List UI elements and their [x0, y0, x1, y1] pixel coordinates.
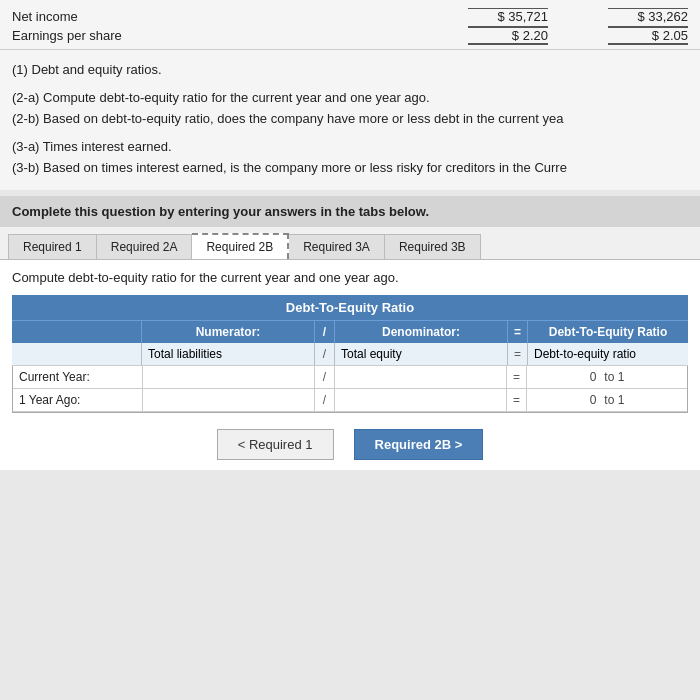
net-income-values: $ 35,721 $ 33,262 — [468, 8, 688, 24]
ratio-table: Debt-To-Equity Ratio Numerator: / Denomi… — [12, 295, 688, 413]
current-year-numerator-cell[interactable] — [143, 366, 315, 388]
one-year-ago-label: 1 Year Ago: — [13, 389, 143, 411]
data-rows-section: Current Year: / = 0 to 1 1 — [12, 366, 688, 413]
current-year-denominator-cell[interactable] — [335, 366, 507, 388]
current-year-result: 0 to 1 — [527, 366, 687, 388]
current-year-row: Current Year: / = 0 to 1 — [13, 366, 687, 389]
labels-equals: = — [508, 343, 528, 365]
one-year-ago-result-suffix: to 1 — [604, 393, 624, 407]
eps-label: Earnings per share — [12, 28, 122, 43]
complete-banner: Complete this question by entering your … — [0, 196, 700, 227]
tab-required2a[interactable]: Required 2A — [97, 234, 193, 259]
one-year-ago-result-prefix: 0 — [590, 393, 597, 407]
col-numerator-header: Numerator: — [142, 321, 315, 343]
one-year-ago-numerator-cell[interactable] — [143, 389, 315, 411]
col-denominator-header: Denominator: — [335, 321, 508, 343]
net-income-label: Net income — [12, 9, 78, 24]
current-year-slash: / — [315, 366, 335, 388]
current-year-equals: = — [507, 366, 527, 388]
tabs-section: Required 1 Required 2A Required 2B Requi… — [0, 227, 700, 260]
one-year-ago-equals: = — [507, 389, 527, 411]
one-year-ago-denominator-input[interactable] — [341, 393, 500, 407]
eps-col1: $ 2.20 — [468, 26, 548, 45]
top-section: Net income $ 35,721 $ 33,262 Earnings pe… — [0, 0, 700, 50]
one-year-ago-numerator-input[interactable] — [149, 393, 308, 407]
tab-required3a[interactable]: Required 3A — [289, 234, 385, 259]
result-label: Debt-to-equity ratio — [528, 343, 688, 365]
content-section: Compute debt-to-equity ratio for the cur… — [0, 260, 700, 470]
num-label: Total liabilities — [142, 343, 315, 365]
den-label: Total equity — [335, 343, 508, 365]
table-subheader: Numerator: / Denominator: = Debt-To-Equi… — [12, 320, 688, 343]
one-year-ago-denominator-cell[interactable] — [335, 389, 507, 411]
tab-required3b[interactable]: Required 3B — [385, 234, 481, 259]
net-income-col1: $ 35,721 — [468, 8, 548, 24]
compute-label: Compute debt-to-equity ratio for the cur… — [12, 270, 688, 285]
nav-buttons: < Required 1 Required 2B > — [12, 429, 688, 460]
instruction-2a: (2-a) Compute debt-to-equity ratio for t… — [12, 88, 688, 108]
instruction-1: (1) Debt and equity ratios. — [12, 60, 688, 80]
net-income-col2: $ 33,262 — [608, 8, 688, 24]
labels-row-empty — [12, 343, 142, 365]
complete-banner-text: Complete this question by entering your … — [12, 204, 429, 219]
instruction-2b: (2-b) Based on debt-to-equity ratio, doe… — [12, 109, 688, 129]
current-year-result-prefix: 0 — [590, 370, 597, 384]
instructions-section: (1) Debt and equity ratios. (2-a) Comput… — [0, 50, 700, 190]
table-main-header: Debt-To-Equity Ratio — [12, 295, 688, 320]
labels-slash: / — [315, 343, 335, 365]
tabs-row: Required 1 Required 2A Required 2B Requi… — [8, 233, 692, 259]
eps-col2: $ 2.05 — [608, 26, 688, 45]
current-year-numerator-input[interactable] — [149, 370, 308, 384]
eps-row: Earnings per share $ 2.20 $ 2.05 — [12, 26, 688, 45]
one-year-ago-result: 0 to 1 — [527, 389, 687, 411]
tab-required1[interactable]: Required 1 — [8, 234, 97, 259]
current-year-label: Current Year: — [13, 366, 143, 388]
col-slash-header: / — [315, 321, 335, 343]
instruction-3a: (3-a) Times interest earned. — [12, 137, 688, 157]
current-year-result-suffix: to 1 — [604, 370, 624, 384]
col-equals-header: = — [508, 321, 528, 343]
tab-required2b[interactable]: Required 2B — [192, 233, 289, 259]
current-year-denominator-input[interactable] — [341, 370, 500, 384]
col-result-header: Debt-To-Equity Ratio — [528, 321, 688, 343]
col-empty — [12, 321, 142, 343]
forward-button[interactable]: Required 2B > — [354, 429, 484, 460]
one-year-ago-slash: / — [315, 389, 335, 411]
one-year-ago-row: 1 Year Ago: / = 0 to 1 — [13, 389, 687, 412]
eps-values: $ 2.20 $ 2.05 — [468, 26, 688, 45]
instruction-3b: (3-b) Based on times interest earned, is… — [12, 158, 688, 178]
table-labels-row: Total liabilities / Total equity = Debt-… — [12, 343, 688, 366]
back-button[interactable]: < Required 1 — [217, 429, 334, 460]
net-income-row: Net income $ 35,721 $ 33,262 — [12, 8, 688, 24]
